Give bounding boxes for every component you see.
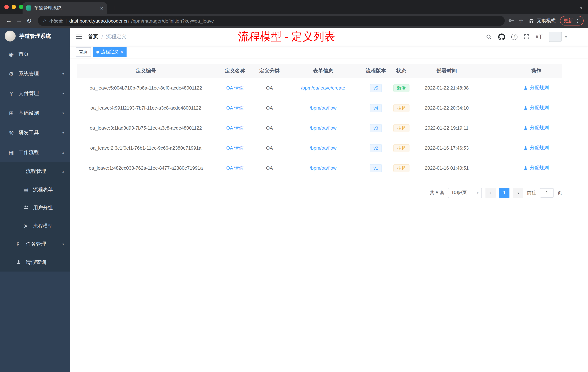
fullscreen-icon[interactable] — [524, 34, 529, 40]
github-icon[interactable] — [498, 33, 505, 40]
prev-page-button[interactable]: ‹ — [485, 188, 496, 198]
status-badge: 挂起 — [393, 144, 409, 152]
definition-name-link[interactable]: OA 请假 — [226, 105, 243, 110]
form-info-link[interactable]: /bpm/oa/flow — [310, 145, 336, 151]
process-form-icon: ▤ — [22, 186, 29, 193]
col-definition-category: 定义分类 — [255, 64, 284, 78]
deploy-time: 2022-01-16 01:40:51 — [413, 158, 480, 178]
password-key-icon[interactable] — [508, 18, 514, 24]
update-label: 更新 — [564, 18, 573, 24]
chevron-down-icon: ▾ — [62, 111, 64, 115]
font-size-icon[interactable]: ⇅T — [536, 33, 543, 40]
sidebar-item-task-management[interactable]: ⚐ 任务管理 ▾ — [0, 235, 70, 253]
assign-rule-button[interactable]: 分配规则 — [524, 165, 549, 171]
minimize-window-button[interactable] — [12, 5, 16, 9]
status-badge: 挂起 — [393, 104, 409, 112]
close-window-button[interactable] — [4, 5, 9, 9]
tag-process-definition[interactable]: 流程定义 × — [93, 47, 126, 57]
pagination-total: 共 5 条 — [430, 189, 444, 196]
assign-rule-button[interactable]: 分配规则 — [524, 145, 549, 151]
definition-name-link[interactable]: OA 请假 — [226, 165, 243, 171]
tab-favicon — [26, 5, 31, 11]
back-button[interactable]: ← — [4, 17, 14, 24]
breadcrumb-home[interactable]: 首页 — [88, 33, 98, 40]
sidebar-item-dev-tools[interactable]: ⚒ 研发工具 ▾ — [0, 123, 70, 143]
col-operation: 操作 — [510, 64, 562, 78]
security-label[interactable]: 不安全 — [50, 18, 63, 24]
browser-tab[interactable]: 芋道管理系统 × — [22, 2, 107, 14]
spacer-cell — [480, 98, 510, 118]
sidebar-item-payment-management[interactable]: ¥ 支付管理 ▾ — [0, 84, 70, 103]
spacer-cell — [480, 158, 510, 178]
reload-button[interactable]: ↻ — [24, 17, 34, 25]
form-info-link[interactable]: /bpm/oa/flow — [310, 165, 336, 171]
definition-table: 定义编号 定义名称 定义分类 表单信息 流程版本 状态 部署时间 操作 — [77, 64, 562, 178]
brand[interactable]: 芋道管理系统 — [0, 28, 70, 44]
address-bar[interactable]: ⚠ 不安全 | dashboard.yudao.iocoder.cn/bpm/m… — [38, 16, 504, 26]
browser-update-button[interactable]: 更新 ⋮ — [560, 16, 584, 25]
task-management-icon: ⚐ — [15, 241, 22, 248]
hamburger-icon[interactable] — [76, 33, 82, 40]
help-icon[interactable]: ? — [511, 34, 517, 40]
tag-close-icon[interactable]: × — [120, 50, 123, 54]
sidebar-item-leave-query[interactable]: 请假查询 — [0, 253, 70, 272]
pagination: 共 5 条 10条/页 ▾ ‹ 1 › 前往 页 — [77, 188, 562, 198]
gear-icon: ⚙ — [8, 71, 15, 77]
definition-name-link[interactable]: OA 请假 — [226, 125, 243, 131]
avatar-caret-icon[interactable]: ▾ — [565, 35, 567, 39]
page-size-select[interactable]: 10条/页 ▾ — [448, 188, 482, 198]
avatar[interactable] — [549, 32, 562, 42]
tag-home[interactable]: 首页 — [76, 47, 91, 57]
sidebar-item-home[interactable]: ◉ 首页 — [0, 44, 70, 64]
sidebar-item-process-management[interactable]: ≣ 流程管理 ▴ — [0, 162, 70, 181]
form-info-link[interactable]: /bpm/oa/flow — [310, 105, 336, 111]
definition-id: oa_leave:4:991f2193-7b7f-11ec-a3c8-acde4… — [77, 98, 215, 118]
definition-name-link[interactable]: OA 请假 — [226, 145, 243, 151]
sidebar-submenu-workflow: ≣ 流程管理 ▴ ▤ 流程表单 用户分组 ➤ 流程模型 ⚐ — [0, 162, 70, 272]
url-path: /bpm/manager/definition?key=oa_leave — [131, 18, 214, 23]
bookmark-star-icon[interactable]: ☆ — [518, 17, 524, 24]
definition-name-link[interactable]: OA 请假 — [226, 85, 243, 90]
browser-toolbar: ← → ↻ ⚠ 不安全 | dashboard.yudao.iocoder.cn… — [0, 14, 588, 28]
toolbar-right: ☆ 无痕模式 更新 ⋮ — [508, 16, 584, 25]
form-info-link[interactable]: /bpm/oa/leave/create — [301, 85, 345, 91]
tab-close-icon[interactable]: × — [100, 5, 103, 11]
assign-rule-button[interactable]: 分配规则 — [524, 105, 549, 111]
breadcrumb-separator: / — [101, 34, 103, 40]
dev-tools-icon: ⚒ — [8, 130, 15, 136]
form-info-link[interactable]: /bpm/oa/flow — [310, 125, 336, 131]
current-page-button[interactable]: 1 — [499, 188, 509, 198]
sidebar-item-user-group[interactable]: 用户分组 — [0, 199, 70, 217]
assign-rule-button[interactable]: 分配规则 — [524, 125, 549, 131]
user-icon — [524, 126, 528, 130]
forward-button[interactable]: → — [14, 17, 24, 24]
browser-menu-icon[interactable]: ⋮ — [575, 18, 580, 23]
tab-search-icon[interactable]: ▾ — [580, 6, 582, 11]
spacer-cell — [480, 78, 510, 98]
new-tab-button[interactable]: + — [112, 4, 116, 11]
window-controls — [4, 5, 23, 9]
table-row: oa_leave:2:3c1f0ef1-76b1-11ec-9c66-a2380… — [77, 138, 562, 158]
sidebar-item-process-model[interactable]: ➤ 流程模型 — [0, 217, 70, 235]
search-icon[interactable] — [486, 34, 492, 40]
goto-page-input[interactable] — [540, 188, 554, 197]
definition-id: oa_leave:3:1fad3d93-7b75-11ec-a3c8-acde4… — [77, 118, 215, 138]
sidebar-item-workflow[interactable]: ▦ 工作流程 ▴ — [0, 143, 70, 162]
assign-rule-button[interactable]: 分配规则 — [524, 85, 549, 91]
next-page-button[interactable]: › — [513, 188, 523, 198]
sidebar: 芋道管理系统 ◉ 首页 ⚙ 系统管理 ▾ ¥ 支付管理 ▾ ⊞ 基础设施 ▾ — [0, 28, 70, 372]
sidebar-item-system-management[interactable]: ⚙ 系统管理 ▾ — [0, 64, 70, 84]
status-badge: 挂起 — [393, 124, 409, 132]
zoom-window-button[interactable] — [19, 5, 23, 9]
sidebar-item-process-form[interactable]: ▤ 流程表单 — [0, 181, 70, 199]
version-badge: v1 — [370, 164, 382, 172]
sidebar-item-infrastructure[interactable]: ⊞ 基础设施 ▾ — [0, 103, 70, 123]
security-warning-icon: ⚠ — [43, 18, 47, 23]
col-deploy-time: 部署时间 — [413, 64, 480, 78]
app: 芋道管理系统 ◉ 首页 ⚙ 系统管理 ▾ ¥ 支付管理 ▾ ⊞ 基础设施 ▾ — [0, 28, 588, 372]
tags-view: 首页 流程定义 × — [70, 46, 588, 58]
payment-icon: ¥ — [8, 90, 15, 97]
chevron-up-icon: ▴ — [62, 170, 64, 173]
definition-category: OA — [255, 118, 284, 138]
process-management-icon: ≣ — [15, 168, 22, 175]
